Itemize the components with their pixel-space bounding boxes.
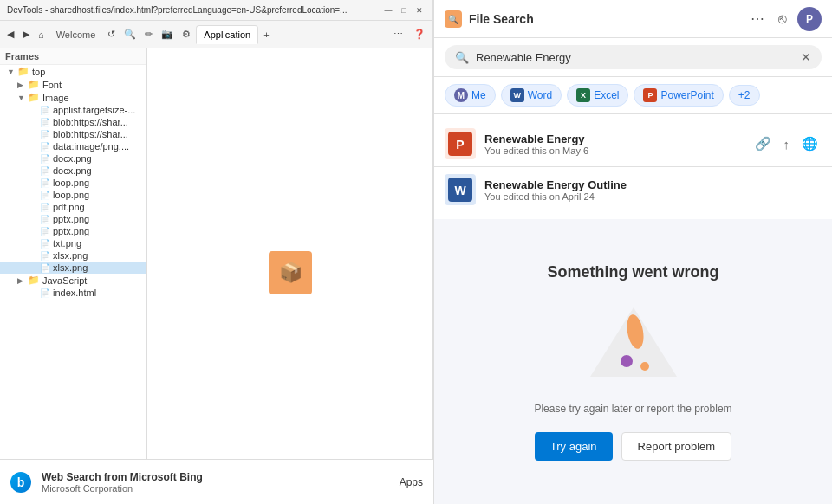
tree-item-pdf[interactable]: 📄 pdf.png <box>0 201 146 213</box>
filter-powerpoint[interactable]: P PowerPoint <box>634 84 723 107</box>
open-in-browser-button[interactable]: 🌐 <box>798 134 822 153</box>
tree-item-font[interactable]: ▶ 📁 Font <box>0 78 146 91</box>
tree-item-pptx1[interactable]: 📄 pptx.png <box>0 213 146 225</box>
fs-search-bar: 🔍 ✕ <box>434 38 832 77</box>
inspect-button[interactable]: 🔍 <box>120 27 140 42</box>
bing-subtitle: Microsoft Corporation <box>42 483 389 494</box>
copy-link-button[interactable]: 🔗 <box>751 134 775 153</box>
tab-application[interactable]: Application <box>196 25 258 44</box>
devtools-tab-bar: ◀ ▶ ⌂ Welcome ↺ 🔍 ✏ 📷 ⚙ Application + ⋯ … <box>0 21 432 48</box>
try-again-button[interactable]: Try again <box>535 432 613 461</box>
camera-button[interactable]: 📷 <box>158 27 177 42</box>
bottom-bar-info: Web Search from Microsoft Bing Microsoft… <box>42 471 389 494</box>
tree-item-docx2[interactable]: 📄 docx.png <box>0 165 146 177</box>
minimize-button[interactable]: — <box>382 4 394 16</box>
tree-item-blob1[interactable]: 📄 blob:https://shar... <box>0 116 146 128</box>
settings-button[interactable]: ⚙ <box>179 27 194 42</box>
tree-item-label: blob:https://shar... <box>53 117 128 127</box>
folder-icon: 📁 <box>17 66 29 77</box>
tree-item-label: JavaScript <box>42 275 87 286</box>
filter-me[interactable]: M Me <box>445 84 496 107</box>
report-problem-button[interactable]: Report problem <box>621 432 732 461</box>
help-button[interactable]: ❓ <box>410 27 429 42</box>
arrow-icon: ▶ <box>17 81 26 89</box>
tab-welcome[interactable]: Welcome <box>49 26 103 43</box>
file-icon: 📄 <box>40 106 50 115</box>
share-button[interactable]: ⎋ <box>775 10 790 29</box>
fs-app-icon: 🔍 <box>445 10 462 28</box>
file-icon: 📄 <box>40 227 50 236</box>
file-icon: 📄 <box>40 166 50 176</box>
clear-search-button[interactable]: ✕ <box>801 50 811 64</box>
more-tabs-button[interactable]: ⋯ <box>390 27 406 42</box>
tree-item-label: txt.png <box>53 238 81 249</box>
fs-results: P Renewable Energy You edited this on Ma… <box>434 114 832 219</box>
tree-item-applist[interactable]: 📄 applist.targetsize-... <box>0 104 146 116</box>
user-avatar[interactable]: P <box>797 7 822 31</box>
tree-item-blob2[interactable]: 📄 blob:https://shar... <box>0 128 146 140</box>
result-item-1[interactable]: P Renewable Energy You edited this on Ma… <box>434 121 832 166</box>
svg-text:🔍: 🔍 <box>448 14 459 25</box>
file-icon: 📄 <box>40 178 50 188</box>
filter-excel[interactable]: X Excel <box>567 84 628 107</box>
close-button[interactable]: ✕ <box>413 4 426 16</box>
arrow-icon: ▶ <box>17 276 26 285</box>
result-info-1: Renewable Energy You edited this on May … <box>484 132 743 156</box>
filter-word[interactable]: W Word <box>501 84 562 107</box>
tab-welcome-label: Welcome <box>56 29 96 40</box>
fs-title: File Search <box>469 12 740 26</box>
tree-item-pptx2[interactable]: 📄 pptx.png <box>0 225 146 237</box>
bing-logo: b <box>10 472 31 493</box>
filter-ppt-label: PowerPoint <box>660 89 713 101</box>
tree-item-docx1[interactable]: 📄 docx.png <box>0 152 146 165</box>
word-icon: W <box>510 88 524 102</box>
file-icon: 📄 <box>40 118 50 127</box>
result-icon-ppt: P <box>445 128 476 159</box>
tree-item-txt[interactable]: 📄 txt.png <box>0 237 146 249</box>
share-result-button[interactable]: ↑ <box>780 135 794 153</box>
tree-item-xlsx2[interactable]: 📄 xlsx.png <box>0 262 146 274</box>
forward-button[interactable]: ▶ <box>19 27 33 42</box>
search-input-wrapper[interactable]: 🔍 ✕ <box>445 45 822 69</box>
tree-item-label: xlsx.png <box>53 262 88 273</box>
tree-item-label: pptx.png <box>53 214 89 224</box>
tree-item-index[interactable]: 📄 index.html <box>0 287 146 299</box>
tree-item-xlsx1[interactable]: 📄 xlsx.png <box>0 249 146 262</box>
add-tab-button[interactable]: + <box>260 28 272 42</box>
filter-me-label: Me <box>471 89 486 101</box>
edit-button[interactable]: ✏ <box>141 27 156 42</box>
tree-item-label: pptx.png <box>53 226 89 236</box>
preview-image: 📦 <box>269 251 312 294</box>
apps-label[interactable]: Apps <box>400 476 423 488</box>
result-actions-1: 🔗 ↑ 🌐 <box>751 134 822 153</box>
tree-item-data-image[interactable]: 📄 data:image/png;... <box>0 140 146 152</box>
svg-point-10 <box>621 355 633 367</box>
refresh-button[interactable]: ↺ <box>104 27 119 42</box>
tree-item-loop2[interactable]: 📄 loop.png <box>0 189 146 201</box>
tree-item-image[interactable]: ▼ 📁 Image <box>0 91 146 104</box>
tree-item-javascript[interactable]: ▶ 📁 JavaScript <box>0 274 146 287</box>
file-search-panel: 🔍 File Search ⋯ ⎋ P 🔍 ✕ M Me W Word X Ex… <box>433 0 832 504</box>
tree-item-label: docx.png <box>53 153 92 164</box>
back-button[interactable]: ◀ <box>3 27 17 42</box>
home-button[interactable]: ⌂ <box>35 28 48 42</box>
filter-more-label: +2 <box>738 89 751 101</box>
file-icon: 📄 <box>40 263 50 273</box>
more-options-button[interactable]: ⋯ <box>747 9 768 29</box>
result-meta-1: You edited this on May 6 <box>484 145 743 156</box>
bing-title: Web Search from Microsoft Bing <box>42 471 389 483</box>
tree-item-label: index.html <box>53 288 96 298</box>
tree-item-label: top <box>32 67 45 77</box>
maximize-button[interactable]: □ <box>398 4 410 16</box>
result-name-1: Renewable Energy <box>484 132 743 145</box>
search-input[interactable] <box>476 51 794 64</box>
devtools-title: DevTools - sharedhost.files/index.html?p… <box>7 5 377 15</box>
tree-item-top[interactable]: ▼ 📁 top <box>0 65 146 78</box>
xlsx-preview-icon: 📦 <box>269 251 312 294</box>
filter-more[interactable]: +2 <box>729 85 760 106</box>
svg-text:W: W <box>454 184 466 197</box>
result-item-2[interactable]: W Renewable Energy Outline You edited th… <box>434 167 832 212</box>
frames-section-header: Frames <box>0 48 146 65</box>
file-icon: 📄 <box>40 130 50 139</box>
tree-item-loop1[interactable]: 📄 loop.png <box>0 177 146 189</box>
